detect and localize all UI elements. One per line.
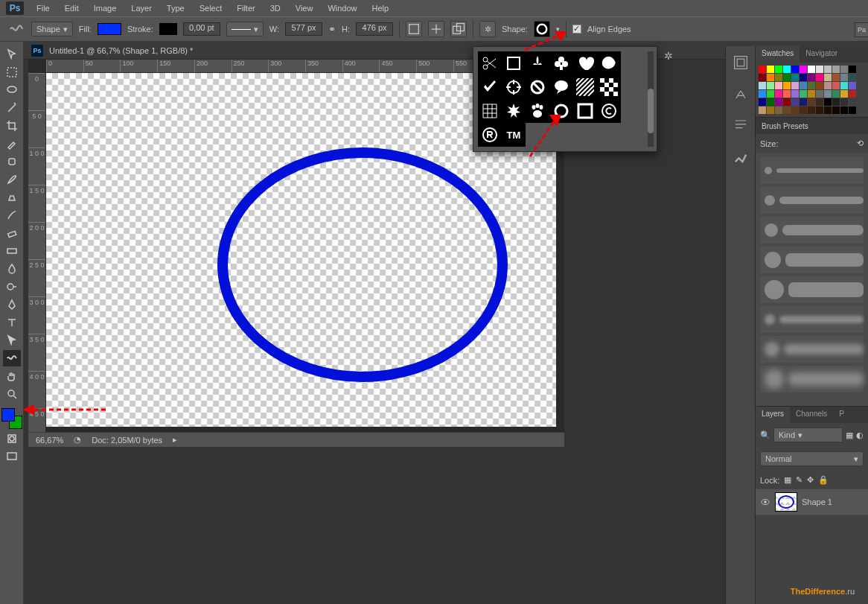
hand-tool[interactable] [3, 368, 21, 384]
swatch[interactable] [791, 66, 799, 73]
layers-tab[interactable]: Layers [756, 407, 790, 423]
swatch[interactable] [759, 98, 766, 106]
swatch[interactable] [759, 74, 766, 81]
path-align-icon[interactable] [428, 21, 444, 37]
eraser-tool[interactable] [3, 225, 21, 241]
swatch[interactable] [808, 82, 815, 89]
paths-tab[interactable]: P [833, 407, 850, 423]
dodge-tool[interactable] [3, 279, 21, 295]
shape-starburst-icon[interactable] [502, 99, 526, 123]
menu-select[interactable]: Select [193, 1, 229, 15]
clone-stamp-tool[interactable] [3, 189, 21, 206]
move-tool[interactable] [3, 46, 21, 63]
swatch[interactable] [775, 66, 782, 73]
swatch[interactable] [759, 82, 766, 89]
swatch[interactable] [783, 107, 791, 114]
swatch[interactable] [840, 98, 848, 106]
lock-all-icon[interactable]: 🔒 [818, 475, 829, 485]
path-arrange-icon[interactable] [450, 21, 467, 37]
shape-grid-icon[interactable] [478, 99, 502, 123]
filter-pixel-icon[interactable]: ▦ [846, 430, 853, 440]
path-op-new-icon[interactable] [406, 21, 422, 37]
swatch[interactable] [791, 107, 799, 114]
swatch[interactable] [824, 82, 832, 89]
layer-filter-icon[interactable]: 🔍 [760, 430, 770, 440]
document-tab-title[interactable]: Untitled-1 @ 66,7% (Shape 1, RGB/8) * [49, 46, 193, 55]
swatch[interactable] [824, 66, 832, 73]
swatch[interactable] [816, 107, 823, 114]
stroke-color-well[interactable] [159, 23, 177, 35]
shape-scissors-icon[interactable] [478, 51, 502, 75]
layer-row[interactable]: Shape 1 [756, 489, 868, 515]
foreground-color[interactable] [1, 408, 15, 422]
pen-tool[interactable] [3, 296, 21, 313]
swatch[interactable] [832, 82, 840, 89]
paragraph-panel-icon[interactable] [732, 116, 750, 134]
swatch[interactable] [808, 107, 815, 114]
shape-circle-outline-icon[interactable] [549, 99, 573, 123]
swatch[interactable] [767, 107, 774, 114]
eyedropper-tool[interactable] [3, 136, 21, 152]
swatch[interactable] [767, 82, 774, 89]
menu-file[interactable]: File [30, 1, 57, 15]
navigator-tab[interactable]: Navigator [800, 46, 843, 63]
shape-fleur-de-lis-icon[interactable] [526, 51, 549, 75]
channels-tab[interactable]: Channels [790, 407, 833, 423]
path-select-tool[interactable] [3, 332, 21, 349]
lock-position-icon[interactable]: ✥ [807, 475, 814, 485]
shape-diagonal-stripes-icon[interactable] [573, 75, 597, 99]
brush-tool[interactable] [3, 171, 21, 188]
shape-paw-icon[interactable] [526, 99, 549, 123]
filter-adjust-icon[interactable]: ◐ [856, 430, 864, 440]
swatch[interactable] [816, 74, 823, 81]
swatch[interactable] [767, 74, 774, 81]
swatch[interactable] [791, 90, 799, 98]
swatch[interactable] [800, 98, 807, 106]
swatch[interactable] [767, 98, 774, 106]
brush-preset-item[interactable] [760, 157, 864, 184]
swatch[interactable] [816, 90, 823, 98]
menu-filter[interactable]: Filter [230, 1, 261, 15]
swatch[interactable] [832, 107, 840, 114]
height-input[interactable]: 476 px [356, 22, 393, 36]
brush-preset-item[interactable] [760, 247, 864, 273]
swatch[interactable] [767, 90, 774, 98]
character-panel-icon[interactable] [732, 85, 750, 103]
shape-registered-icon[interactable] [478, 123, 502, 147]
swatch[interactable] [832, 66, 840, 73]
screen-mode-toggle[interactable] [3, 448, 21, 465]
history-panel-icon[interactable] [732, 54, 750, 71]
swatch[interactable] [840, 66, 848, 73]
swatch[interactable] [824, 74, 832, 81]
swatch[interactable] [840, 90, 848, 98]
magic-wand-tool[interactable] [3, 100, 21, 116]
swatch[interactable] [775, 107, 782, 114]
brush-preset-item[interactable] [760, 306, 864, 333]
shape-square-thick-outline-icon[interactable] [573, 99, 597, 123]
zoom-level[interactable]: 66,67% [36, 436, 63, 445]
tool-mode-dropdown[interactable]: Shape ▾ [31, 22, 73, 36]
status-arrow-icon[interactable]: ▸ [173, 435, 177, 445]
swatch[interactable] [800, 66, 807, 73]
swatch[interactable] [808, 90, 815, 98]
swatch[interactable] [775, 82, 782, 89]
lock-transparency-icon[interactable]: ▦ [784, 475, 791, 485]
swatch[interactable] [832, 90, 840, 98]
swatch[interactable] [775, 98, 782, 106]
swatch[interactable] [783, 74, 791, 81]
swatch[interactable] [849, 98, 856, 106]
swatch[interactable] [783, 66, 791, 73]
swatch[interactable] [849, 66, 856, 73]
brush-preset-item[interactable] [760, 217, 864, 244]
foreground-background-colors[interactable] [1, 408, 22, 429]
swatch[interactable] [808, 98, 815, 106]
menu-image[interactable]: Image [87, 1, 124, 15]
menu-edit[interactable]: Edit [58, 1, 86, 15]
swatch[interactable] [775, 74, 782, 81]
visibility-eye-icon[interactable] [760, 497, 770, 507]
shape-copyright-icon[interactable] [597, 99, 621, 123]
brush-preset-item[interactable] [760, 336, 864, 363]
shape-square-outline-icon[interactable] [502, 51, 526, 75]
layer-kind-dropdown[interactable]: Kind▾ [773, 427, 843, 442]
layer-name[interactable]: Shape 1 [802, 497, 832, 506]
